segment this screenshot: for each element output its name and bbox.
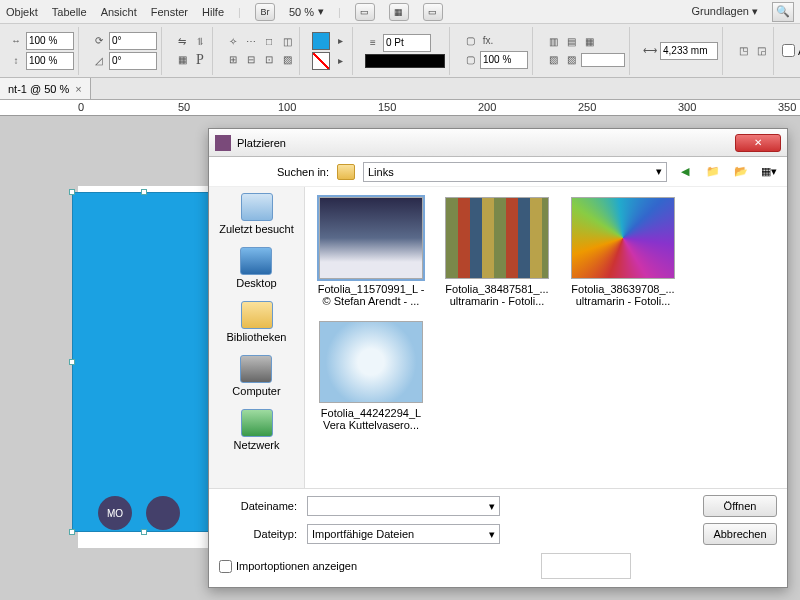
close-button[interactable]: ✕ — [735, 134, 781, 152]
import-options-label: Importoptionen anzeigen — [236, 560, 357, 572]
stroke-weight-input[interactable] — [383, 34, 431, 52]
file-name: Fotolia_38487581_... — [441, 283, 553, 295]
search-icon[interactable]: 🔍 — [772, 2, 794, 22]
opacity-input[interactable] — [480, 51, 528, 69]
filetype-combo[interactable]: Importfähige Dateien▾ — [307, 524, 500, 544]
scale-x-icon: ↔ — [8, 33, 24, 49]
tool-icon[interactable]: □ — [261, 34, 277, 50]
import-options-checkbox[interactable] — [219, 560, 232, 573]
view-options-icon[interactable]: ▭ — [423, 3, 443, 21]
file-thumbnail[interactable]: Fotolia_38487581_...ultramarin - Fotoli.… — [441, 197, 553, 307]
file-thumbnail[interactable]: Fotolia_38639708_...ultramarin - Fotoli.… — [567, 197, 679, 307]
view-menu-icon[interactable]: ▦▾ — [759, 162, 779, 182]
thumbnail-image — [445, 197, 549, 279]
document-tab[interactable]: nt-1 @ 50 % × — [0, 78, 91, 99]
document-tabs: nt-1 @ 50 % × — [0, 78, 800, 100]
width-input[interactable] — [660, 42, 718, 60]
fx-icon[interactable]: fx. — [480, 33, 496, 49]
auto-fit-checkbox[interactable]: Autom — [782, 44, 800, 57]
new-folder-icon[interactable]: 📂 — [731, 162, 751, 182]
place-libraries[interactable]: Bibliotheken — [227, 301, 287, 343]
place-dialog: Platzieren ✕ Suchen in: Links▾ ◀ 📁 📂 ▦▾ … — [208, 128, 788, 588]
flip-v-icon[interactable]: ⥮ — [192, 34, 208, 50]
bridge-button[interactable]: Br — [255, 3, 275, 21]
horizontal-ruler: 0 50 100 150 200 250 300 350 — [0, 100, 800, 116]
corner-icon[interactable]: ◳ — [735, 43, 751, 59]
selected-frame[interactable] — [72, 192, 216, 532]
screen-mode-icon[interactable]: ▭ — [355, 3, 375, 21]
fill-swatch[interactable] — [312, 32, 330, 50]
file-view[interactable]: Fotolia_11570991_L -© Stefan Arendt - ..… — [305, 187, 787, 488]
tool-icon[interactable]: ⊡ — [261, 52, 277, 68]
opacity-icon: ▢ — [462, 52, 478, 68]
menu-objekt[interactable]: Objekt — [6, 6, 38, 18]
tool-icon[interactable]: ⋯ — [243, 34, 259, 50]
menu-tabelle[interactable]: Tabelle — [52, 6, 87, 18]
up-icon[interactable]: 📁 — [703, 162, 723, 182]
rotate-icon: ⟳ — [91, 33, 107, 49]
dialog-titlebar[interactable]: Platzieren ✕ — [209, 129, 787, 157]
place-desktop[interactable]: Desktop — [236, 247, 276, 289]
wrap-icon[interactable]: ▧ — [545, 52, 561, 68]
wrap-select[interactable] — [581, 53, 625, 67]
wrap-icon[interactable]: ▦ — [581, 34, 597, 50]
thumbnail-image — [571, 197, 675, 279]
corner-icon[interactable]: ◲ — [753, 43, 769, 59]
effects-icon[interactable]: ▢ — [462, 33, 478, 49]
folder-icon — [337, 164, 355, 180]
badge-circle — [146, 496, 180, 530]
chevron-right-icon[interactable]: ▸ — [332, 53, 348, 69]
place-recent[interactable]: Zuletzt besucht — [219, 193, 294, 235]
cancel-button[interactable]: Abbrechen — [703, 523, 777, 545]
back-icon[interactable]: ◀ — [675, 162, 695, 182]
filename-label: Dateiname: — [219, 500, 297, 512]
thumbnail-image — [319, 197, 423, 279]
file-author: ultramarin - Fotoli... — [567, 295, 679, 307]
zoom-select[interactable]: 50 % ▾ — [289, 5, 324, 18]
folder-combo[interactable]: Links▾ — [363, 162, 667, 182]
file-author: ultramarin - Fotoli... — [441, 295, 553, 307]
rotate-input[interactable] — [109, 32, 157, 50]
wrap-icon[interactable]: ▨ — [563, 52, 579, 68]
menu-fenster[interactable]: Fenster — [151, 6, 188, 18]
file-name: Fotolia_11570991_L - — [315, 283, 427, 295]
shear-input[interactable] — [109, 52, 157, 70]
file-name: Fotolia_38639708_... — [567, 283, 679, 295]
tool-icon[interactable]: ✧ — [225, 34, 241, 50]
dialog-bottom: Dateiname: ▾ Öffnen Dateityp: Importfähi… — [209, 488, 787, 587]
tool-icon[interactable]: ▨ — [279, 52, 295, 68]
open-button[interactable]: Öffnen — [703, 495, 777, 517]
tool-icon[interactable]: ⊟ — [243, 52, 259, 68]
chevron-right-icon[interactable]: ▸ — [332, 33, 348, 49]
thumbnail-image — [319, 321, 423, 403]
grid-icon[interactable]: ▦ — [174, 52, 190, 68]
scale-x-input[interactable] — [26, 32, 74, 50]
stroke-style[interactable] — [365, 54, 445, 68]
filename-combo[interactable]: ▾ — [307, 496, 500, 516]
menu-ansicht[interactable]: Ansicht — [101, 6, 137, 18]
wrap-icon[interactable]: ▥ — [545, 34, 561, 50]
menu-hilfe[interactable]: Hilfe — [202, 6, 224, 18]
tool-icon[interactable]: ⊞ — [225, 52, 241, 68]
arrange-icon[interactable]: ▦ — [389, 3, 409, 21]
wrap-icon[interactable]: ▤ — [563, 34, 579, 50]
stroke-weight-icon: ≡ — [365, 35, 381, 51]
file-thumbnail[interactable]: Fotolia_44242294_LVera Kuttelvasero... — [315, 321, 427, 431]
workspace-select[interactable]: Grundlagen ▾ — [685, 3, 764, 20]
stroke-swatch[interactable] — [312, 52, 330, 70]
close-icon[interactable]: × — [75, 83, 81, 95]
flip-h-icon[interactable]: ⇋ — [174, 34, 190, 50]
dialog-title: Platzieren — [237, 137, 286, 149]
tool-icon[interactable]: ◫ — [279, 34, 295, 50]
places-bar: Zuletzt besucht Desktop Bibliotheken Com… — [209, 187, 305, 488]
shear-icon: ◿ — [91, 53, 107, 69]
file-thumbnail[interactable]: Fotolia_11570991_L -© Stefan Arendt - ..… — [315, 197, 427, 307]
para-style-icon[interactable]: P — [192, 52, 208, 68]
search-in-label: Suchen in: — [269, 166, 329, 178]
place-computer[interactable]: Computer — [232, 355, 280, 397]
dropdown-icon: ▾ — [318, 5, 324, 18]
preview-box — [541, 553, 631, 579]
place-network[interactable]: Netzwerk — [234, 409, 280, 451]
width-icon: ⟷ — [642, 43, 658, 59]
scale-y-input[interactable] — [26, 52, 74, 70]
